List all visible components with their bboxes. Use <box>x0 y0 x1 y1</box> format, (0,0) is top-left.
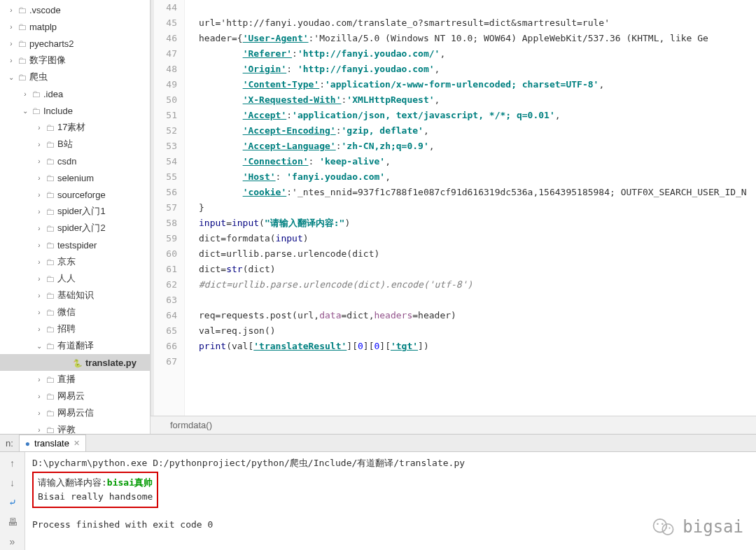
code-line[interactable]: 'Referer':'http://fanyi.youdao.com/', <box>199 46 756 62</box>
tree-folder[interactable]: ›网易云信 <box>0 404 150 421</box>
code-line[interactable]: header={'User-Agent':'Mozilla/5.0 (Windo… <box>199 31 756 46</box>
console-toolbar: ↑ ↓ ⤶ 🖶 » <box>0 452 25 550</box>
tree-folder[interactable]: ›matplp <box>0 18 150 35</box>
chevron-icon[interactable]: › <box>35 157 43 165</box>
print-icon[interactable]: 🖶 <box>6 515 20 529</box>
tree-folder[interactable]: ⌄爬虫 <box>0 69 150 85</box>
folder-icon <box>15 38 28 49</box>
editor-code[interactable]: url='http://fanyi.youdao.com/translate_o… <box>185 0 756 416</box>
chevron-icon[interactable]: › <box>35 141 43 148</box>
tree-folder[interactable]: ›B站 <box>0 136 150 153</box>
code-line[interactable]: 'cookie':'_ntes_nnid=937f1c788f1e087cf91… <box>199 185 756 200</box>
chevron-icon[interactable]: › <box>21 90 29 98</box>
tree-folder[interactable]: ›selenium <box>0 169 150 186</box>
tree-folder[interactable]: ›sourceforge <box>0 186 150 203</box>
tree-folder[interactable]: ⌄有道翻译 <box>0 337 150 354</box>
code-line[interactable]: input=input("请输入翻译内容:") <box>199 216 756 231</box>
expand-icon[interactable]: » <box>6 535 20 549</box>
run-tab-translate[interactable]: ● translate ✕ <box>19 435 86 451</box>
code-line[interactable]: 'X-Requested-With':'XMLHttpRequest', <box>199 92 756 108</box>
chevron-icon[interactable]: ⌄ <box>35 342 43 350</box>
console-output[interactable]: D:\pycharm\python.exe D:/pythonprojiect/… <box>25 452 756 550</box>
code-line[interactable]: 'Connection': 'keep-alive', <box>199 154 756 169</box>
code-line[interactable]: 'Accept-Encoding':'gzip, deflate', <box>199 123 756 139</box>
tree-folder[interactable]: ›微信 <box>0 304 150 320</box>
chevron-icon[interactable]: › <box>35 124 43 132</box>
code-line[interactable]: #dict=urllib.parse.urlencode(dict).encod… <box>199 277 756 292</box>
folder-icon <box>43 257 56 267</box>
code-line[interactable]: val=req.json() <box>199 323 756 339</box>
folder-icon <box>43 425 56 435</box>
tree-folder[interactable]: ›人人 <box>0 270 150 287</box>
code-line[interactable]: 'Origin': 'http://fanyi.youdao.com', <box>199 62 756 77</box>
console-user-input: bisai真帅 <box>107 477 153 488</box>
tree-folder[interactable]: ›17素材 <box>0 119 150 136</box>
chevron-icon[interactable]: › <box>7 23 15 31</box>
chevron-icon[interactable]: › <box>35 258 43 266</box>
chevron-icon[interactable]: ⌄ <box>7 73 15 81</box>
code-line[interactable]: 'Content-Type':'application/x-www-form-u… <box>199 77 756 92</box>
chevron-icon[interactable]: › <box>35 426 43 434</box>
tree-item-label: spider入门2 <box>56 222 106 234</box>
folder-icon <box>43 139 56 150</box>
folder-icon <box>43 190 56 200</box>
chevron-icon[interactable]: › <box>35 292 43 299</box>
tree-folder[interactable]: ›招聘 <box>0 320 150 337</box>
folder-icon <box>43 240 56 251</box>
scroll-up-icon[interactable]: ↑ <box>6 456 20 470</box>
chevron-icon[interactable]: › <box>35 174 43 182</box>
close-icon[interactable]: ✕ <box>74 439 80 448</box>
code-line[interactable] <box>199 292 756 308</box>
breadcrumb-bar[interactable]: formdata() <box>150 416 756 434</box>
svg-point-3 <box>662 523 664 525</box>
folder-icon <box>29 106 42 116</box>
chevron-icon[interactable]: › <box>35 376 43 383</box>
chevron-icon[interactable]: › <box>35 325 43 333</box>
chevron-icon[interactable]: › <box>7 57 15 64</box>
code-line[interactable]: } <box>199 200 756 216</box>
project-tree[interactable]: ›.vscode›matplp›pyecharts2›数字图像⌄爬虫›.idea… <box>0 0 150 434</box>
chevron-icon[interactable]: › <box>35 275 43 283</box>
tree-item-label: 评教 <box>56 423 76 434</box>
chevron-icon[interactable]: ⌄ <box>21 107 29 115</box>
code-line[interactable]: req=requests.post(url,data=dict,headers=… <box>199 308 756 323</box>
code-line[interactable]: dict=formdata(input) <box>199 231 756 246</box>
tree-folder[interactable]: ›.idea <box>0 85 150 102</box>
code-line[interactable]: 'Host': 'fanyi.youdao.com', <box>199 169 756 185</box>
tree-folder[interactable]: ›京东 <box>0 253 150 270</box>
code-line[interactable]: print(val['translateResult'][0][0]['tgt'… <box>199 339 756 354</box>
code-line[interactable]: 'Accept':'application/json, text/javascr… <box>199 108 756 123</box>
code-line[interactable]: url='http://fanyi.youdao.com/translate_o… <box>199 15 756 31</box>
tree-file[interactable]: translate.py <box>0 354 150 371</box>
chevron-icon[interactable]: › <box>35 241 43 249</box>
tree-folder[interactable]: ›spider入门2 <box>0 220 150 237</box>
code-line[interactable] <box>199 0 756 15</box>
code-line[interactable]: dict=urllib.parse.urlencode(dict) <box>199 246 756 262</box>
code-line[interactable]: dict=str(dict) <box>199 262 756 277</box>
code-line[interactable]: 'Accept-Language':'zh-CN,zh;q=0.9', <box>199 139 756 154</box>
chevron-icon[interactable]: › <box>35 309 43 316</box>
chevron-icon[interactable]: › <box>7 6 15 14</box>
chevron-icon[interactable]: › <box>7 40 15 48</box>
wrap-icon[interactable]: ⤶ <box>6 495 20 509</box>
tree-folder[interactable]: ›网易云 <box>0 388 150 404</box>
tree-folder[interactable]: ›spider入门1 <box>0 203 150 220</box>
tree-folder[interactable]: ›基础知识 <box>0 287 150 304</box>
tree-folder[interactable]: ›数字图像 <box>0 52 150 69</box>
tree-folder[interactable]: ›csdn <box>0 153 150 169</box>
scroll-down-icon[interactable]: ↓ <box>6 476 20 490</box>
chevron-icon[interactable]: › <box>35 191 43 199</box>
code-line[interactable] <box>199 354 756 369</box>
tree-folder[interactable]: ›.vscode <box>0 1 150 18</box>
tree-folder[interactable]: ›pyecharts2 <box>0 35 150 52</box>
tree-item-label: B站 <box>56 138 73 150</box>
tree-folder[interactable]: ›直播 <box>0 371 150 388</box>
chevron-icon[interactable]: › <box>35 393 43 400</box>
chevron-icon[interactable]: › <box>35 225 43 232</box>
tree-folder[interactable]: ⌄Include <box>0 102 150 119</box>
code-editor[interactable]: 4445464748495051525354555657585960616263… <box>150 0 756 416</box>
tree-folder[interactable]: ›评教 <box>0 421 150 434</box>
chevron-icon[interactable]: › <box>35 208 43 216</box>
tree-folder[interactable]: ›testspider <box>0 237 150 253</box>
chevron-icon[interactable]: › <box>35 409 43 417</box>
